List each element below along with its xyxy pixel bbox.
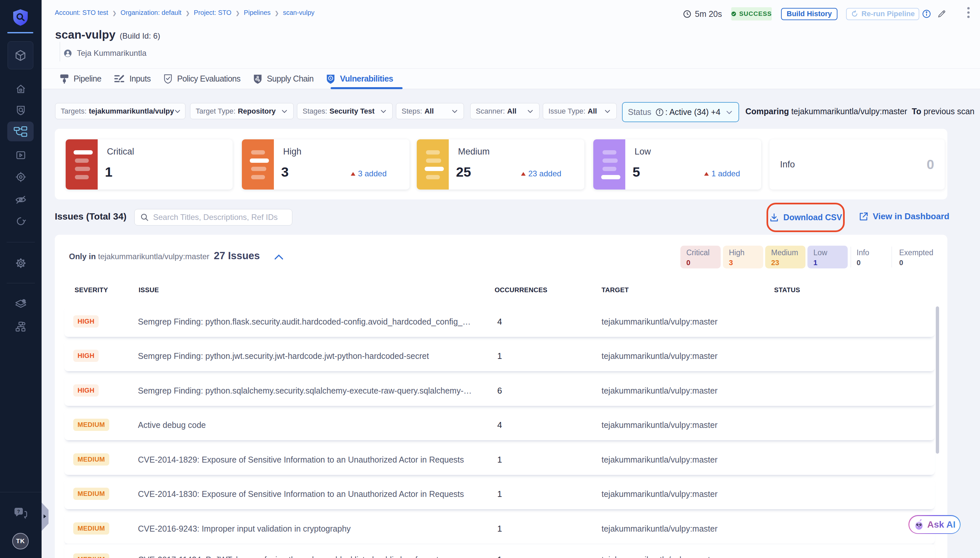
svg-text:?: ?	[17, 509, 20, 514]
